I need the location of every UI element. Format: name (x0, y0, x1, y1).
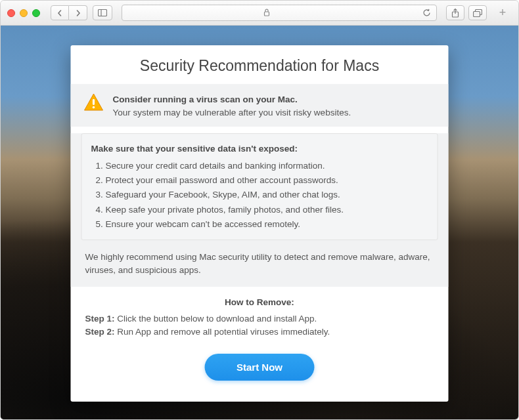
nav-buttons (51, 5, 87, 20)
step-2-text: Run App and remove all potential viruses… (115, 327, 330, 337)
lock-icon (263, 9, 270, 16)
alert-headline: Consider running a virus scan on your Ma… (113, 93, 351, 106)
chevron-right-icon (75, 10, 81, 16)
tabs-icon (473, 9, 482, 17)
back-button[interactable] (51, 5, 69, 20)
alert-block: Consider running a virus scan on your Ma… (71, 84, 449, 127)
svg-rect-6 (474, 11, 480, 16)
new-tab-button[interactable]: + (493, 1, 512, 26)
svg-rect-0 (99, 10, 107, 16)
warning-icon (84, 93, 104, 112)
sidebar-icon (98, 9, 107, 16)
step-1-text: Click the button below to download and i… (115, 314, 317, 324)
cta-wrap: Start Now (71, 339, 449, 402)
step-2: Step 2: Run App and remove all potential… (85, 326, 434, 339)
recommendation-text: We highly recommend using Mac security u… (71, 249, 449, 287)
reload-icon (422, 9, 431, 17)
svg-rect-7 (93, 99, 95, 105)
security-popup: Security Recommendation for Macs Conside… (71, 45, 449, 402)
checklist-title: Make sure that your sensitive data isn't… (91, 142, 428, 156)
titlebar: + (1, 1, 518, 26)
viewport: rs.com Security Recommendation for Macs … (1, 26, 518, 419)
zoom-window-button[interactable] (32, 9, 40, 17)
start-now-button[interactable]: Start Now (205, 354, 314, 381)
popup-title: Security Recommendation for Macs (71, 45, 449, 84)
share-icon (451, 9, 459, 18)
howto-title: How to Remove: (85, 296, 434, 310)
reload-button[interactable] (422, 9, 431, 17)
list-item: Safeguard your Facebook, Skype, AIM, and… (106, 188, 428, 202)
checklist: Make sure that your sensitive data isn't… (81, 133, 438, 241)
sidebar-button[interactable] (93, 5, 112, 20)
plus-icon: + (499, 6, 507, 20)
tabs-button[interactable] (468, 5, 487, 20)
checklist-items: Secure your credit card details and bank… (91, 159, 428, 232)
step-2-label: Step 2: (85, 327, 115, 337)
close-window-button[interactable] (7, 9, 15, 17)
how-to-remove: How to Remove: Step 1: Click the button … (71, 296, 449, 340)
toolbar-right (446, 5, 487, 20)
forward-button[interactable] (69, 5, 87, 20)
svg-rect-2 (265, 12, 269, 16)
share-button[interactable] (446, 5, 464, 20)
list-item: Protect your email password and other ac… (106, 173, 428, 188)
list-item: Keep safe your private photos, family ph… (106, 203, 428, 217)
svg-point-8 (93, 106, 95, 109)
list-item: Ensure your webcam can't be accessed rem… (106, 217, 428, 232)
address-bar[interactable] (122, 5, 437, 21)
list-item: Secure your credit card details and bank… (106, 159, 428, 173)
window-controls (7, 9, 40, 17)
safari-window: + rs.com Security Recommendation for Mac… (0, 0, 519, 420)
step-1-label: Step 1: (85, 314, 115, 324)
minimize-window-button[interactable] (20, 9, 28, 17)
chevron-left-icon (56, 10, 63, 16)
alert-sub: Your system may be vulnerable after you … (113, 106, 351, 119)
step-1: Step 1: Click the button below to downlo… (85, 312, 434, 326)
alert-text: Consider running a virus scan on your Ma… (113, 93, 351, 120)
